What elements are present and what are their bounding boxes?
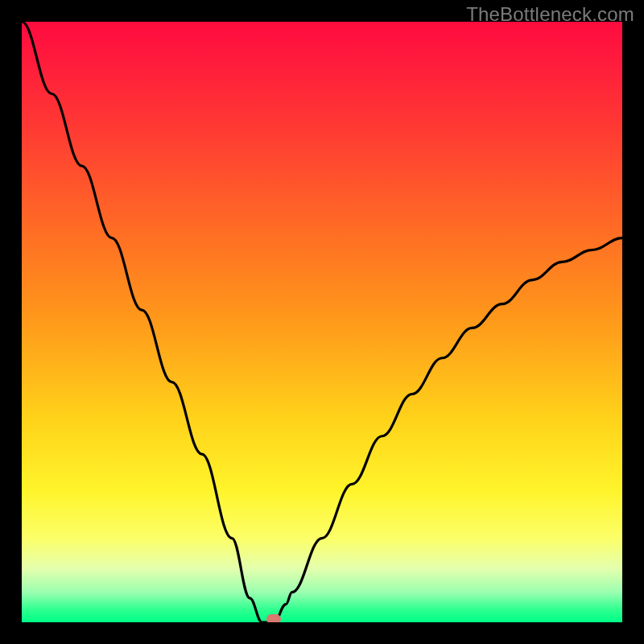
bottleneck-marker xyxy=(266,614,281,622)
watermark-text: TheBottleneck.com xyxy=(466,3,634,26)
bottleneck-curve xyxy=(22,22,622,622)
plot-area xyxy=(22,22,622,622)
chart-frame: TheBottleneck.com xyxy=(0,0,644,644)
